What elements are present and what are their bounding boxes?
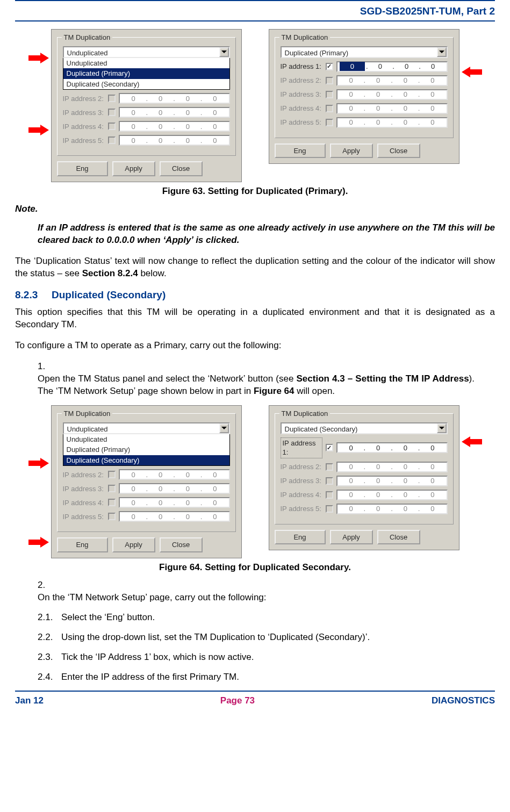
ip-input[interactable]: 0.0.0.0 — [336, 61, 448, 72]
checkbox — [108, 485, 116, 492]
paragraph: This option specifies that this TM will … — [15, 306, 495, 331]
arrow-icon — [462, 67, 482, 77]
ip-input: 0.0.0.0 — [336, 490, 448, 500]
section-heading: 8.2.3Duplicated (Secondary) — [15, 288, 495, 302]
ip-input: 0.0.0.0 — [119, 135, 230, 146]
ip-input: 0.0.0.0 — [119, 93, 230, 104]
figure-64-row: Unduplicated Unduplicated Duplicated (Pr… — [15, 405, 495, 558]
checkbox — [108, 513, 116, 520]
arrow-icon — [28, 53, 49, 63]
checkbox[interactable] — [326, 63, 333, 70]
chevron-down-icon[interactable] — [219, 47, 229, 57]
footer-page: Page 73 — [220, 695, 255, 707]
tm-duplication-fieldset: Unduplicated Unduplicated Duplicated (Pr… — [57, 413, 236, 533]
eng-button[interactable]: Eng — [275, 143, 326, 159]
checkbox — [108, 499, 116, 506]
ip-row: IP address 5:0.0.0.0 — [63, 511, 230, 522]
checkbox — [326, 477, 333, 485]
ip-row: IP address 2:0.0.0.0 — [63, 469, 230, 480]
close-button[interactable]: Close — [160, 161, 203, 176]
ip-input: 0.0.0.0 — [336, 504, 448, 514]
list-item[interactable]: Unduplicated — [63, 434, 229, 445]
svg-marker-5 — [462, 436, 482, 447]
footer-date: Jan 12 — [15, 695, 44, 707]
duplication-combobox[interactable]: Unduplicated — [63, 422, 230, 434]
chevron-down-icon[interactable] — [219, 423, 229, 433]
checkbox — [326, 119, 333, 126]
ip-input: 0.0.0.0 — [119, 497, 230, 508]
ip-row: IP address 2:0.0.0.0 — [63, 93, 230, 104]
combobox-listbox[interactable]: Unduplicated Duplicated (Primary) Duplic… — [63, 58, 230, 90]
checkbox — [108, 123, 116, 130]
ip-row: IP address 1:0.0.0.0 — [281, 437, 448, 458]
ip-input: 0.0.0.0 — [336, 462, 448, 472]
ip-input: 0.0.0.0 — [336, 89, 448, 100]
duplication-combobox[interactable]: Duplicated (Secondary) — [281, 422, 448, 434]
apply-button[interactable]: Apply — [330, 143, 373, 159]
close-button[interactable]: Close — [377, 143, 420, 159]
checkbox[interactable] — [326, 444, 333, 451]
ip-row: IP address 4:0.0.0.0 — [63, 121, 230, 132]
note-header: Note. — [15, 203, 495, 215]
ip-input[interactable]: 0.0.0.0 — [336, 442, 448, 453]
checkbox — [326, 105, 333, 112]
svg-marker-3 — [28, 458, 49, 469]
arrow-icon — [28, 537, 49, 548]
ip-input: 0.0.0.0 — [336, 476, 448, 486]
combobox-listbox[interactable]: Unduplicated Duplicated (Primary) Duplic… — [63, 434, 230, 466]
ip-input: 0.0.0.0 — [119, 511, 230, 522]
apply-button[interactable]: Apply — [112, 537, 155, 552]
figure-63-row: Unduplicated Unduplicated Duplicated (Pr… — [15, 29, 495, 182]
checkbox — [108, 471, 116, 478]
ip-row: IP address 5:0.0.0.0 — [281, 117, 448, 128]
tm-duplication-fieldset: Unduplicated Unduplicated Duplicated (Pr… — [57, 37, 236, 156]
figure-caption: Figure 64. Setting for Duplicated Second… — [15, 562, 495, 574]
tm-duplication-fieldset: Duplicated (Primary) IP address 1:0.0.0.… — [275, 37, 454, 138]
checkbox — [326, 463, 333, 471]
eng-button[interactable]: Eng — [57, 537, 108, 552]
ip-row: IP address 4:0.0.0.0 — [63, 497, 230, 508]
list-item: 2.3.Tick the ‘IP Address 1’ box, which i… — [38, 651, 495, 664]
apply-button[interactable]: Apply — [112, 161, 155, 176]
ip-row: IP address 3:0.0.0.0 — [281, 476, 448, 486]
ip-row: IP address 3:0.0.0.0 — [63, 107, 230, 118]
ip-row: IP address 3:0.0.0.0 — [63, 483, 230, 494]
ip-row: IP address 5:0.0.0.0 — [281, 504, 448, 514]
list-item[interactable]: Unduplicated — [63, 58, 229, 69]
list-item: 2.1.Select the ‘Eng’ button. — [38, 612, 495, 624]
ip-row: IP address 3:0.0.0.0 — [281, 89, 448, 100]
page-header: SGD-SB2025NT-TUM, Part 2 — [15, 1, 495, 20]
list-item[interactable]: Duplicated (Secondary) — [63, 79, 229, 90]
arrow-icon — [28, 458, 49, 469]
arrow-icon — [28, 125, 49, 135]
ip-row: IP address 2:0.0.0.0 — [281, 75, 448, 86]
ip-row: IP address 2:0.0.0.0 — [281, 462, 448, 472]
sub-list: 2.1.Select the ‘Eng’ button. 2.2.Using t… — [38, 612, 495, 684]
list-item[interactable]: Duplicated (Secondary) — [63, 455, 229, 466]
ip-row: IP address 1:0.0.0.0 — [281, 61, 448, 72]
duplication-combobox[interactable]: Duplicated (Primary) — [281, 46, 448, 58]
duplication-combobox[interactable]: Unduplicated — [63, 46, 230, 58]
close-button[interactable]: Close — [377, 530, 420, 545]
close-button[interactable]: Close — [160, 537, 203, 552]
tm-duplication-fieldset: Duplicated (Secondary) IP address 1:0.0.… — [275, 413, 454, 524]
apply-button[interactable]: Apply — [330, 530, 373, 545]
svg-marker-0 — [28, 53, 49, 63]
paragraph: The ‘Duplication Status’ text will now c… — [15, 255, 495, 280]
list-item: 1. Open the TM Status panel and select t… — [38, 361, 495, 398]
ip-input: 0.0.0.0 — [119, 121, 230, 132]
ip-input: 0.0.0.0 — [119, 483, 230, 494]
checkbox — [108, 109, 116, 116]
list-item: 2.2.Using the drop-down list, set the TM… — [38, 631, 495, 644]
list-item[interactable]: Duplicated (Primary) — [63, 68, 229, 79]
chevron-down-icon[interactable] — [437, 423, 447, 433]
ip-input: 0.0.0.0 — [119, 107, 230, 118]
list-item[interactable]: Duplicated (Primary) — [63, 444, 229, 455]
chevron-down-icon[interactable] — [437, 47, 447, 57]
arrow-icon — [462, 436, 482, 447]
eng-button[interactable]: Eng — [275, 530, 326, 545]
svg-marker-2 — [462, 67, 482, 77]
page-footer: Jan 12 Page 73 DIAGNOSTICS — [15, 692, 495, 715]
eng-button[interactable]: Eng — [57, 161, 108, 176]
ip-input: 0.0.0.0 — [336, 117, 448, 128]
